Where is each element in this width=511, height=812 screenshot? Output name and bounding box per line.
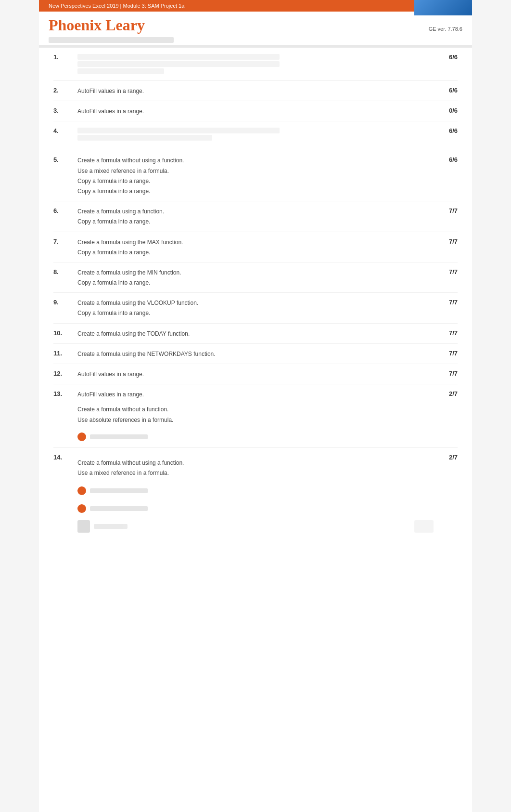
item-desc: Create a formula using the TODAY functio…	[77, 329, 434, 339]
table-row: 14. Create a formula without using a fun…	[53, 448, 458, 544]
orange-dot-icon	[77, 486, 86, 495]
item-desc: AutoFill values in a range.	[77, 107, 434, 116]
item-desc: Create a formula using a function.	[77, 207, 434, 216]
item-score: 2/7	[438, 453, 458, 461]
orange-badge	[77, 504, 148, 513]
badge-text	[90, 488, 148, 493]
item-desc: Use a mixed reference in a formula.	[77, 469, 434, 478]
badge-text	[90, 434, 148, 439]
blurred-line	[77, 61, 280, 67]
item-desc: Create a formula using the VLOOKUP funct…	[77, 299, 434, 308]
item-number: 9.	[53, 298, 73, 306]
item-number: 11.	[53, 349, 73, 357]
item-desc: AutoFill values in a range.	[77, 390, 434, 399]
item-score: 6/6	[438, 86, 458, 94]
orange-dot-icon	[77, 432, 86, 441]
table-row: 9. Create a formula using the VLOOKUP fu…	[53, 293, 458, 323]
item-content	[73, 52, 438, 76]
item-score: 7/7	[438, 349, 458, 357]
blurred-line	[77, 68, 164, 74]
course-title: New Perspectives Excel 2019 | Module 3: …	[49, 3, 184, 9]
table-row: 3. AutoFill values in a range. 0/6	[53, 101, 458, 121]
student-name: Phoenix Leary	[49, 16, 462, 34]
watermark-icon	[77, 520, 90, 533]
ge-version: GE ver. 7.78.6	[429, 26, 462, 32]
watermark-thumb	[414, 520, 434, 533]
item-number: 2.	[53, 86, 73, 94]
content-area: 1. 6/6 2. AutoFill values in a range. 6/…	[39, 48, 472, 563]
student-info-blur	[49, 37, 174, 43]
item-score: 7/7	[438, 206, 458, 214]
item-score: 2/7	[438, 389, 458, 397]
table-row: 2. AutoFill values in a range. 6/6	[53, 81, 458, 101]
item-number: 10.	[53, 328, 73, 337]
table-row: 8. Create a formula using the MIN functi…	[53, 262, 458, 293]
item-number: 7.	[53, 237, 73, 245]
orange-dot-icon	[77, 504, 86, 513]
item-content: AutoFill values in a range. Create a for…	[73, 389, 438, 443]
item-desc: Copy a formula into a range.	[77, 248, 434, 257]
item-content: AutoFill values in a range.	[73, 369, 438, 379]
item-number: 12.	[53, 369, 73, 377]
header-bar: New Perspectives Excel 2019 | Module 3: …	[39, 0, 472, 12]
item-desc: Use a mixed reference in a formula.	[77, 167, 434, 176]
table-row: 12. AutoFill values in a range. 7/7	[53, 364, 458, 384]
item-content	[73, 126, 438, 142]
orange-badge	[77, 486, 148, 495]
item-number: 3.	[53, 106, 73, 114]
blurred-line	[77, 135, 212, 141]
item-desc: Copy a formula into a range.	[77, 177, 434, 186]
item-score: 6/6	[438, 155, 458, 163]
item-number: 6.	[53, 206, 73, 214]
item-desc: Copy a formula into a range.	[77, 309, 434, 318]
watermark-text	[94, 524, 128, 529]
item-score: 7/7	[438, 298, 458, 306]
table-row: 7. Create a formula using the MAX functi…	[53, 232, 458, 262]
badge-text	[90, 506, 148, 511]
item-desc: Copy a formula into a range.	[77, 278, 434, 288]
item-desc: Copy a formula into a range.	[77, 217, 434, 226]
table-row: 10. Create a formula using the TODAY fun…	[53, 324, 458, 344]
item-content: Create a formula using the NETWORKDAYS f…	[73, 349, 438, 359]
item-score: 6/6	[438, 52, 458, 61]
item-content: Create a formula without using a functio…	[73, 155, 438, 196]
table-row: 13. AutoFill values in a range. Create a…	[53, 384, 458, 448]
item-desc: AutoFill values in a range.	[77, 370, 434, 379]
item-score: 7/7	[438, 237, 458, 245]
page-wrapper: New Perspectives Excel 2019 | Module 3: …	[39, 0, 472, 812]
item-number: 4.	[53, 126, 73, 134]
item-content: AutoFill values in a range.	[73, 106, 438, 116]
table-row: 4. 6/6	[53, 121, 458, 150]
item-content: Create a formula without using a functio…	[73, 453, 438, 533]
item-number: 1.	[53, 52, 73, 61]
item-content: Create a formula using the TODAY functio…	[73, 328, 438, 339]
table-row: 11. Create a formula using the NETWORKDA…	[53, 344, 458, 364]
item-desc: Create a formula using the MIN function.	[77, 268, 434, 277]
table-row: 5. Create a formula without using a func…	[53, 150, 458, 201]
item-content: Create a formula using the MIN function.…	[73, 267, 438, 288]
item-desc: Create a formula without a function.	[77, 405, 434, 414]
table-row: 1. 6/6	[53, 48, 458, 81]
blurred-line	[77, 128, 280, 133]
item-score: 7/7	[438, 328, 458, 337]
item-content: Create a formula using the VLOOKUP funct…	[73, 298, 438, 318]
table-row: 6. Create a formula using a function. Co…	[53, 201, 458, 232]
item-content: Create a formula using the MAX function.…	[73, 237, 438, 257]
item-number: 13.	[53, 389, 73, 397]
item-score: 0/6	[438, 106, 458, 114]
item-content: Create a formula using a function. Copy …	[73, 206, 438, 226]
header-title-area: Phoenix Leary GE ver. 7.78.6	[39, 12, 472, 45]
item-content: AutoFill values in a range.	[73, 86, 438, 96]
item-desc: Create a formula using the MAX function.	[77, 238, 434, 247]
orange-badge	[77, 432, 148, 441]
item-number: 5.	[53, 155, 73, 163]
item-desc: Copy a formula into a range.	[77, 187, 434, 196]
item-desc: Create a formula without using a functio…	[77, 156, 434, 165]
item-score: 7/7	[438, 267, 458, 275]
item-number: 14.	[53, 453, 73, 461]
item-desc: Use absolute references in a formula.	[77, 416, 434, 425]
item-score: 7/7	[438, 369, 458, 377]
blurred-line	[77, 54, 280, 60]
item-score: 6/6	[438, 126, 458, 134]
item-desc: AutoFill values in a range.	[77, 87, 434, 96]
